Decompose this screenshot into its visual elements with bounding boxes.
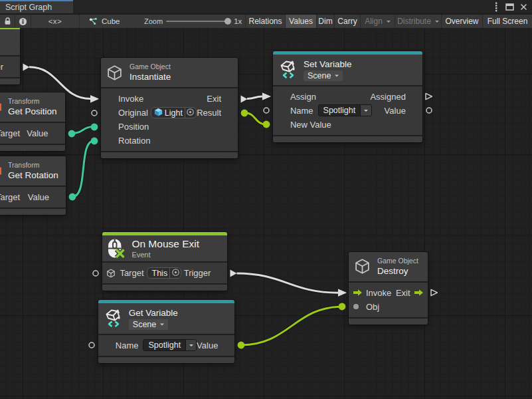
- port-arrow-connected-destroy[interactable]: [338, 289, 347, 297]
- close-icon[interactable]: [519, 2, 528, 11]
- port-circle-connected-destroy[interactable]: [338, 303, 346, 311]
- node-header: Game ObjectInstantiate: [101, 58, 238, 87]
- variable-scope-dropdown[interactable]: Scene: [129, 319, 168, 330]
- port-circle-connected-instantiate[interactable]: [240, 109, 248, 117]
- dropdown-arrow-button[interactable]: [360, 105, 371, 116]
- node-get-rotation[interactable]: TransformGet RotationTargetValue: [0, 156, 66, 215]
- toolbar-button-align[interactable]: Align: [361, 15, 395, 28]
- dropdown-arrow-button[interactable]: [185, 340, 196, 350]
- node-header-text: On Mouse ExitEvent: [132, 237, 199, 259]
- port-label-invoke: Invoke: [118, 94, 143, 104]
- node-kicker: Transform: [8, 161, 58, 170]
- port-label-exit: Exit: [207, 94, 221, 104]
- node-title: Set Variable: [304, 59, 352, 70]
- toolbar-button-label: Align: [365, 17, 383, 26]
- target-icon: [171, 268, 180, 279]
- chevron-down-icon: [160, 323, 164, 327]
- port-arrow-connected-set-variable[interactable]: [262, 92, 271, 100]
- window-menu-icon[interactable]: [491, 2, 500, 11]
- port-label-target: Target: [0, 128, 20, 138]
- port-circle-empty-set-variable[interactable]: [426, 107, 432, 114]
- connection-rotation-wire[interactable]: [72, 141, 94, 198]
- variable-name-dropdown[interactable]: Spotlight: [143, 339, 197, 351]
- object-field[interactable]: Light: [151, 107, 197, 118]
- node-header-text: Set VariableScene: [304, 59, 352, 81]
- port-circle-connected-get-rotation[interactable]: [68, 193, 76, 201]
- zoom-slider[interactable]: [166, 21, 229, 22]
- code-view-button[interactable]: <x>: [31, 15, 80, 28]
- port-circle-empty-instantiate[interactable]: [91, 110, 98, 116]
- port-arrow-connected-instantiate[interactable]: [240, 95, 248, 103]
- toolbar-button-label: Full Screen: [488, 17, 528, 26]
- node-footer: [0, 78, 20, 84]
- toolbar-button-label: Distribute: [397, 17, 431, 26]
- variable-name-value: Spotlight: [143, 340, 185, 350]
- node-row: AssignAssigned: [273, 90, 422, 104]
- maximize-icon[interactable]: [505, 2, 514, 11]
- toolbar-button-dim[interactable]: Dim: [317, 15, 335, 28]
- graph-toolbar: <x> Cube Zoom 1x RelationsValuesDimCarry…: [0, 13, 532, 28]
- toolbar-button-label: Carry: [337, 17, 357, 26]
- port-arrow-connected-event-trigger[interactable]: [23, 63, 30, 71]
- object-picker-button[interactable]: [185, 108, 196, 118]
- toolbar-button-overview[interactable]: Overview: [442, 15, 483, 28]
- port-circle-connected-instantiate[interactable]: [90, 137, 98, 145]
- port-circle-empty-set-variable[interactable]: [263, 107, 270, 114]
- variable-name-dropdown[interactable]: Spotlight: [318, 104, 373, 116]
- node-destroy[interactable]: Game ObjectDestroyInvokeExitObj: [349, 252, 428, 325]
- port-label-target: Target: [120, 268, 143, 278]
- transform-icon: [0, 162, 1, 180]
- connection-trigger-to-destroy[interactable]: [236, 273, 347, 297]
- node-header-text: Get VariableScene: [129, 307, 178, 330]
- port-arrow-connected-on-mouse-exit[interactable]: [230, 269, 237, 277]
- object-picker-button[interactable]: [169, 268, 181, 278]
- tab-script-graph[interactable]: Script Graph: [0, 0, 73, 13]
- port-label-assigned: Assigned: [370, 92, 405, 102]
- graph-breadcrumb[interactable]: Cube: [80, 15, 137, 28]
- toolbar-button-full-screen[interactable]: Full Screen: [483, 15, 532, 28]
- port-circle-connected-instantiate[interactable]: [90, 123, 98, 131]
- info-button[interactable]: [15, 15, 31, 28]
- zoom-slider-handle[interactable]: [224, 18, 231, 25]
- node-row: InvokeExit: [349, 286, 428, 300]
- node-event-trigger[interactable]: Trigger: [0, 28, 20, 84]
- port-label-trigger: Trigger: [0, 62, 3, 72]
- port-circle-empty-get-variable[interactable]: [88, 342, 95, 348]
- chevron-down-icon: [435, 21, 439, 25]
- variable-scope-dropdown[interactable]: Scene: [304, 70, 343, 81]
- node-title: On Mouse Exit: [132, 237, 199, 250]
- port-label-new-value: New Value: [290, 120, 331, 130]
- port-arrow-empty-set-variable[interactable]: [425, 92, 433, 100]
- node-header: Get VariableScene: [98, 303, 235, 334]
- port-circle-empty-on-mouse-exit[interactable]: [92, 270, 99, 277]
- port-arrow-empty-destroy[interactable]: [430, 289, 438, 297]
- graph-canvas[interactable]: TriggerTransformGet PositionTargetValueT…: [0, 28, 532, 399]
- node-body: AssignAssignedNameSpotlightValueNew Valu…: [273, 86, 422, 135]
- node-row: Rotation: [101, 134, 238, 148]
- tab-title: Script Graph: [5, 3, 52, 12]
- lock-button[interactable]: [0, 15, 15, 28]
- node-kicker: Game Object: [377, 257, 418, 265]
- toolbar-button-values[interactable]: Values: [286, 15, 317, 28]
- variable-icon: [278, 61, 297, 79]
- node-row: TargetValue: [0, 190, 66, 204]
- node-set-variable[interactable]: Set VariableSceneAssignAssignedNameSpotl…: [273, 51, 422, 142]
- toolbar-button-relations[interactable]: Relations: [246, 15, 286, 28]
- node-title: Get Position: [8, 106, 57, 117]
- arrow-lime-icon: [414, 289, 424, 297]
- node-on-mouse-exit[interactable]: On Mouse ExitEventTargetThisTrigger: [102, 232, 227, 291]
- connection-getvariable-to-obj[interactable]: [241, 307, 342, 345]
- toolbar-button-label: Dim: [318, 17, 332, 26]
- node-instantiate[interactable]: Game ObjectInstantiateInvokeExitOriginal…: [101, 58, 238, 158]
- node-get-position[interactable]: TransformGet PositionTargetValue: [0, 92, 65, 151]
- object-field[interactable]: This: [147, 267, 182, 279]
- node-get-variable[interactable]: Get VariableSceneNameSpotlightValue: [98, 300, 235, 363]
- node-header: Set VariableScene: [273, 55, 422, 85]
- toolbar-button-carry[interactable]: Carry: [335, 15, 361, 28]
- node-kicker: Game Object: [130, 63, 171, 71]
- port-circle-connected-set-variable[interactable]: [262, 120, 270, 128]
- port-circle-connected-get-position[interactable]: [68, 130, 76, 138]
- port-circle-connected-get-variable[interactable]: [237, 341, 245, 349]
- toolbar-button-distribute[interactable]: Distribute: [395, 15, 442, 28]
- port-arrow-connected-instantiate[interactable]: [90, 95, 99, 103]
